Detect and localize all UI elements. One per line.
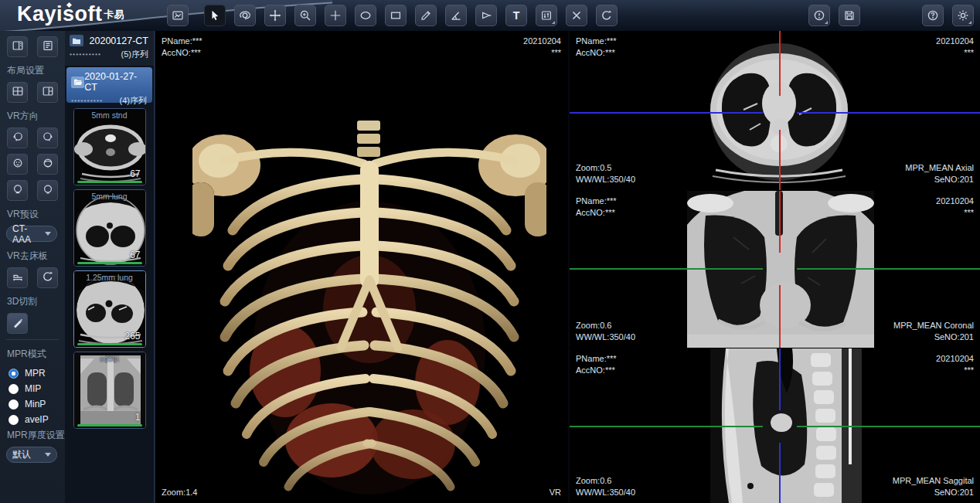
axial-overlay-bottomleft: Zoom:0.5 WW/WL:350/40 (576, 162, 635, 185)
report-info-button[interactable] (808, 5, 830, 26)
coronal-crosshair-horizontal[interactable] (797, 268, 980, 270)
series-image-button[interactable] (167, 5, 189, 26)
crosshair-tool-button[interactable] (325, 5, 346, 26)
vr-preset-value: CT-AAA (12, 223, 45, 245)
ellipse-tool-button[interactable] (355, 5, 376, 26)
bed-icon (12, 270, 24, 286)
mpr-mode-option-mip[interactable]: MIP (0, 381, 65, 396)
radio-icon (9, 415, 19, 425)
thumbnail-progress-bar (77, 181, 142, 183)
arrow-annotate-tool-button[interactable] (475, 5, 497, 26)
mpr-thickness-value: 默认 (12, 448, 31, 461)
head-back-icon (42, 157, 54, 172)
scalpel-button[interactable] (7, 313, 28, 334)
vr-head-right-button[interactable] (37, 127, 58, 148)
sagittal-crosshair-vertical[interactable] (779, 348, 781, 410)
study-title: 20200127-CT (90, 36, 148, 46)
head-right-icon (42, 131, 54, 146)
series-panel: 20200127-CT ********** (5)序列 2020-01-27-… (65, 31, 155, 503)
text-tool-icon: T (513, 9, 520, 22)
dicom-viewer-app: Kayisoft卡易 (0, 0, 980, 503)
coronal-crosshair-vertical[interactable] (779, 191, 781, 253)
help-icon (927, 9, 939, 22)
vr-head-top-button[interactable] (7, 180, 28, 201)
vr-preset-select[interactable]: CT-AAA (6, 226, 57, 242)
rotate-3d-tool-button[interactable] (234, 5, 256, 26)
report-info-icon (813, 9, 825, 22)
vr-zoom-readout: Zoom:1.4 (162, 487, 197, 498)
axial-crosshair-horizontal[interactable] (570, 112, 763, 114)
cursor-tool-button[interactable] (204, 5, 226, 26)
text-tool-button[interactable]: T (505, 5, 527, 26)
rectangle-tool-button[interactable] (385, 5, 407, 26)
settings-button[interactable] (952, 5, 974, 26)
angle-tool-button[interactable] (445, 5, 467, 26)
bed-reset-button[interactable] (37, 267, 58, 288)
vr-face-front-button[interactable] (7, 154, 28, 175)
sagittal-study-date: 20210204 (936, 353, 974, 365)
viewport-mpr-sagittal[interactable]: PName:*** AccNO:*** 20210204 *** Zoom:0.… (568, 348, 980, 503)
crosshair-icon (329, 9, 342, 22)
save-button[interactable] (839, 5, 860, 26)
coronal-crosshair-horizontal[interactable] (570, 268, 763, 270)
radio-icon (9, 384, 19, 394)
ellipse-icon (359, 9, 372, 22)
thumbnail-5mm-stnd[interactable]: 5mm stnd 67 (73, 108, 146, 185)
pencil-tool-button[interactable] (415, 5, 437, 26)
report-edit-button[interactable] (37, 36, 58, 57)
delete-tool-button[interactable] (566, 5, 587, 26)
head-top-icon (12, 183, 24, 199)
layout-split-1-2-button[interactable] (37, 82, 58, 103)
zoom-tool-button[interactable] (294, 5, 316, 26)
pan-tool-button[interactable] (264, 5, 286, 26)
series-image-icon (172, 9, 184, 22)
axial-crosshair-vertical[interactable] (779, 130, 781, 190)
vr-head-left-button[interactable] (7, 127, 28, 148)
coronal-zoom-readout: Zoom:0.6 (576, 320, 635, 331)
sagittal-crosshair-vertical[interactable] (779, 443, 781, 503)
pan-icon (269, 9, 281, 22)
thumbnail-image-count: 1 (135, 412, 141, 423)
coronal-crosshair-vertical[interactable] (779, 285, 781, 348)
thumbnail-125mm-lung[interactable]: 1.25mm lung 265 (73, 270, 146, 348)
sagittal-crosshair-horizontal[interactable] (570, 426, 763, 427)
right-toolbar (922, 5, 974, 26)
axial-accno: AccNO:*** (576, 47, 617, 59)
sagittal-view-label: MPR_MEAN Saggital (893, 475, 974, 487)
help-button[interactable] (922, 5, 944, 26)
study-item-1[interactable]: 20200127-CT ********** (5)序列 (65, 31, 154, 66)
vr-head-back-button[interactable] (37, 154, 58, 175)
coronal-accno: AccNO:*** (576, 207, 617, 219)
study-title: 2020-01-27-CT (84, 71, 147, 93)
sagittal-crosshair-horizontal[interactable] (797, 426, 980, 427)
vr-head-bottom-button[interactable] (37, 180, 58, 201)
remove-bed-button[interactable] (7, 267, 28, 288)
window-level-tool-button[interactable] (536, 5, 557, 26)
thumbnail-label: 5mm stnd (74, 110, 145, 120)
mpr-mode-option-mpr[interactable]: MPR (0, 365, 65, 381)
mpr-thickness-label: MPR厚度设置 (0, 427, 65, 447)
mid-toolbar (808, 5, 860, 26)
reset-tool-button[interactable] (596, 5, 618, 26)
mpr-thickness-select[interactable]: 默认 (6, 447, 57, 463)
viewport-vr[interactable]: PName:*** AccNO:*** 20210204 *** Zoom:1.… (155, 31, 567, 503)
mpr-mode-option-aveip[interactable]: aveIP (0, 412, 65, 427)
mpr-mode-option-label: MPR (25, 368, 46, 379)
axial-study-date: 20210204 (936, 36, 974, 47)
thumbnail-5mm-lung[interactable]: 5mm lung 67 (73, 189, 146, 267)
chevron-down-icon (45, 453, 51, 457)
thumbnail-scout[interactable]: scout 1 (73, 352, 146, 429)
vr-view-label: VR (550, 487, 561, 498)
panel-layout-button[interactable] (7, 36, 28, 57)
axial-crosshair-horizontal[interactable] (797, 112, 980, 114)
axial-pname: PName:*** (576, 36, 617, 47)
study-item-2-selected[interactable]: 2020-01-27-CT ********** (4)序列 (66, 67, 152, 103)
axial-crosshair-vertical[interactable] (779, 31, 781, 96)
coronal-overlay-bottomright: MPR_MEAN Coronal SeNO:201 (893, 320, 974, 343)
viewport-mpr-coronal[interactable]: PName:*** AccNO:*** 20210204 *** Zoom:0.… (568, 191, 980, 348)
thumbnail-image-count: 67 (130, 250, 140, 260)
viewport-mpr-axial[interactable]: PName:*** AccNO:*** 20210204 *** Zoom:0.… (568, 31, 980, 190)
layout-grid-2x2-button[interactable] (7, 82, 28, 103)
mpr-mode-option-minp[interactable]: MinP (0, 396, 65, 412)
coronal-overlay-topleft: PName:*** AccNO:*** (576, 195, 617, 219)
